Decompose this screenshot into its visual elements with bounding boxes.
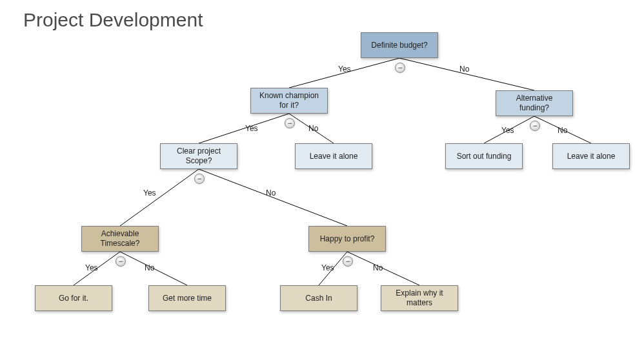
edge-label-altfund-yes: Yes (501, 126, 514, 135)
node-explain-why[interactable]: Explain why it matters (381, 285, 458, 311)
node-label: Cash In (305, 294, 332, 303)
minus-icon: − (118, 258, 123, 265)
edge-label-root-no: No (459, 65, 469, 74)
node-clear-scope[interactable]: Clear project Scope? (160, 143, 237, 169)
edge-label-altfund-no: No (558, 126, 567, 135)
edge-label-scope-no: No (266, 188, 276, 197)
minus-icon: − (287, 119, 292, 127)
node-definite-budget[interactable]: Definite budget? (361, 32, 438, 58)
collapse-toggle-profit[interactable]: − (343, 256, 353, 267)
node-label: Go for it. (59, 294, 88, 303)
edge-label-champion-no: No (308, 124, 318, 133)
node-sort-out-funding[interactable]: Sort out funding (445, 143, 523, 169)
collapse-toggle-champion[interactable]: − (285, 118, 295, 128)
svg-line-1 (399, 58, 534, 90)
node-cash-in[interactable]: Cash In (280, 285, 357, 311)
edge-label-timescale-no: No (145, 263, 154, 272)
node-label: Known champion for it? (255, 91, 323, 110)
page-title: Project Development (23, 9, 203, 31)
node-label: Get more time (163, 294, 212, 303)
node-label: Leave it alone (310, 152, 358, 161)
node-label: Clear project Scope? (165, 147, 233, 166)
collapse-toggle-scope[interactable]: − (194, 174, 205, 184)
node-leave-alone-1[interactable]: Leave it alone (295, 143, 372, 169)
edge-label-timescale-yes: Yes (85, 263, 98, 272)
minus-icon: − (197, 175, 201, 183)
svg-line-11 (347, 252, 419, 285)
node-label: Sort out funding (457, 152, 512, 161)
collapse-toggle-timescale[interactable]: − (116, 256, 126, 267)
node-label: Definite budget? (371, 41, 427, 50)
node-happy-to-profit[interactable]: Happy to profit? (308, 226, 386, 252)
node-leave-alone-2[interactable]: Leave it alone (552, 143, 630, 169)
svg-line-6 (120, 169, 199, 226)
node-achievable-timescale[interactable]: Achievable Timescale? (81, 226, 159, 252)
svg-line-2 (199, 114, 289, 143)
collapse-toggle-altfund[interactable]: − (530, 121, 540, 131)
minus-icon: − (397, 64, 402, 72)
node-go-for-it[interactable]: Go for it. (35, 285, 112, 311)
node-get-more-time[interactable]: Get more time (148, 285, 226, 311)
edge-label-profit-yes: Yes (321, 263, 334, 272)
edge-label-root-yes: Yes (338, 65, 351, 74)
node-label: Achievable Timescale? (86, 229, 154, 248)
collapse-toggle-root[interactable]: − (395, 63, 405, 73)
node-alternative-funding[interactable]: Alternative funding? (496, 90, 573, 116)
node-label: Leave it alone (567, 152, 616, 161)
edge-label-champion-yes: Yes (245, 124, 258, 133)
edge-label-profit-no: No (373, 263, 383, 272)
node-label: Alternative funding? (500, 94, 569, 113)
minus-icon: − (532, 122, 537, 130)
node-known-champion[interactable]: Known champion for it? (250, 88, 328, 114)
node-label: Explain why it matters (385, 288, 454, 308)
minus-icon: − (345, 258, 350, 265)
svg-line-7 (199, 169, 347, 226)
edge-label-scope-yes: Yes (143, 188, 156, 197)
node-label: Happy to profit? (320, 234, 375, 244)
